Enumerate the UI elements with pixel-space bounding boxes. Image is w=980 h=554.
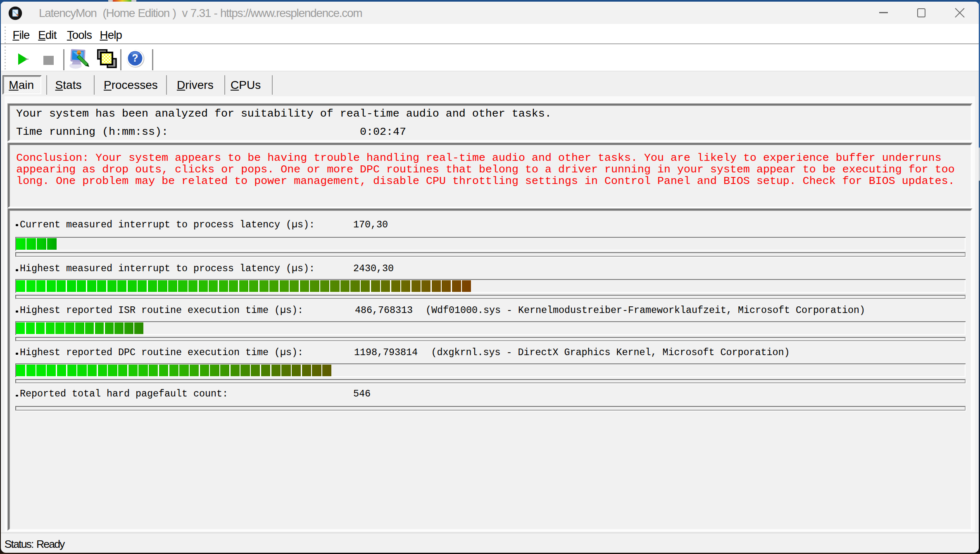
svg-text:?: ?	[132, 52, 138, 64]
